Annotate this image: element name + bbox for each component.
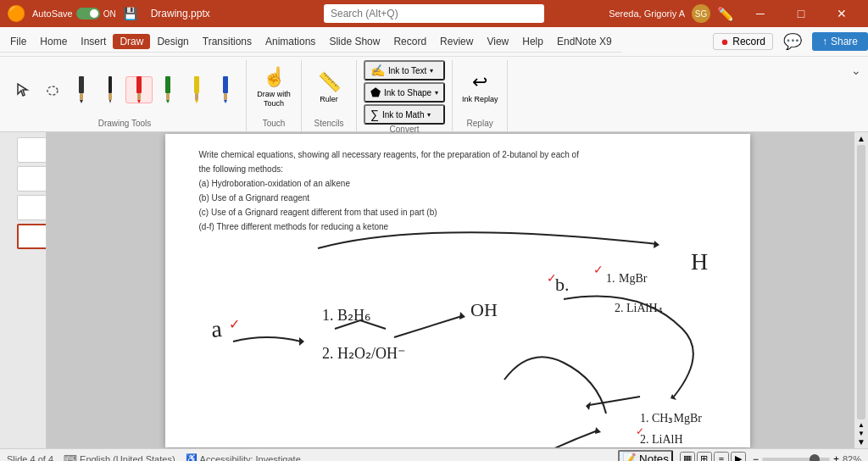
accessibility-status[interactable]: ♿ Accessibility: Investigate	[186, 453, 301, 461]
slide-thumb-1[interactable]	[17, 137, 47, 163]
menu-slideshow[interactable]: Slide Show	[322, 34, 387, 49]
ink-to-shape-button[interactable]: ⬟ Ink to Shape ▾	[364, 82, 445, 103]
pen-thin-button[interactable]	[97, 76, 124, 103]
menu-insert[interactable]: Insert	[74, 34, 113, 49]
share-button[interactable]: ↑ Share	[812, 32, 868, 51]
ink-to-math-button[interactable]: ∑ Ink to Math ▾	[364, 104, 445, 125]
svg-text:✓: ✓	[229, 317, 240, 331]
scroll-thumb[interactable]	[857, 145, 865, 419]
menu-transitions[interactable]: Transitions	[196, 34, 259, 49]
save-icon[interactable]: 💾	[123, 7, 137, 20]
reading-view-button[interactable]: ≡	[714, 452, 729, 462]
svg-rect-17	[223, 76, 228, 93]
normal-view-button[interactable]: ▦	[680, 452, 695, 462]
menu-review[interactable]: Review	[433, 34, 480, 49]
svg-marker-44	[595, 427, 601, 434]
svg-rect-3	[80, 93, 83, 100]
zoom-slider-thumb[interactable]	[810, 454, 820, 462]
pen-tool-icon[interactable]: ✏️	[717, 6, 734, 22]
zoom-level[interactable]: 82%	[843, 454, 861, 462]
slide-sorter-button[interactable]: ⊞	[697, 452, 712, 462]
lasso-tool-button[interactable]	[39, 76, 66, 103]
menu-record[interactable]: Record	[387, 34, 433, 49]
zoom-out-button[interactable]: −	[753, 453, 759, 462]
zoom-slider[interactable]	[762, 458, 830, 461]
autosave-toggle[interactable]	[76, 8, 100, 19]
menu-draw[interactable]: Draw	[113, 34, 150, 49]
accessibility-icon: ♿	[186, 453, 198, 461]
ruler-button[interactable]: 📏 Ruler	[309, 60, 349, 114]
slide-thumb-container-2: 2	[3, 166, 42, 192]
status-bar: Slide 4 of 4 ⌨ English (United States) ♿…	[0, 448, 868, 461]
svg-line-26	[394, 316, 462, 337]
menu-animations[interactable]: Animations	[259, 34, 322, 49]
pen-blue-button[interactable]	[212, 76, 239, 103]
notes-label: Notes	[639, 453, 669, 461]
scroll-next-slide[interactable]: ▼	[858, 430, 865, 437]
ink-replay-button[interactable]: ↩ Ink Replay	[459, 60, 500, 114]
notes-icon: 📝	[622, 453, 637, 461]
slide-show-button[interactable]: ▶	[731, 452, 746, 462]
svg-marker-54	[586, 402, 591, 410]
replay-label: Replay	[467, 119, 493, 131]
svg-rect-11	[165, 76, 170, 93]
search-input[interactable]	[324, 4, 544, 23]
menu-home[interactable]: Home	[33, 34, 74, 49]
keyboard-icon: ⌨	[64, 453, 77, 461]
ink-to-shape-label: Ink to Shape	[384, 88, 431, 97]
ink-to-text-button[interactable]: ✍ Ink to Text ▾	[364, 60, 445, 81]
comment-button[interactable]: 💬	[780, 31, 805, 53]
svg-text:2. LiAlH: 2. LiAlH	[640, 433, 683, 446]
zoom-in-button[interactable]: +	[833, 453, 839, 462]
share-label: Share	[831, 36, 858, 47]
collapse-ribbon-button[interactable]: ⌄	[851, 64, 861, 77]
scroll-up-button[interactable]: ▲	[857, 134, 865, 143]
replay-icon: ↩	[472, 71, 487, 93]
menu-help[interactable]: Help	[515, 34, 550, 49]
status-bar-right: 📝 Notes ▦ ⊞ ≡ ▶ − + 82%	[618, 450, 861, 461]
replay-group: ↩ Ink Replay Replay	[456, 60, 508, 131]
ink-to-text-chevron: ▾	[430, 67, 433, 75]
status-bar-left: Slide 4 of 4 ⌨ English (United States) ♿…	[7, 453, 301, 461]
autosave-label: AutoSave	[32, 8, 73, 19]
drawing-tools-label: Drawing Tools	[98, 119, 152, 131]
draw-with-touch-button[interactable]: ☝ Draw with Touch	[253, 60, 294, 114]
pen-black-button[interactable]	[68, 76, 95, 103]
svg-text:2. H₂O₂/OH⁻: 2. H₂O₂/OH⁻	[322, 345, 406, 362]
menu-view[interactable]: View	[480, 34, 515, 49]
menu-endnote[interactable]: EndNote X9	[550, 34, 619, 49]
ribbon-collapse-area: ⌄	[851, 60, 861, 131]
slide-thumb-3[interactable]	[17, 195, 47, 220]
slide-thumb-2[interactable]	[17, 166, 47, 192]
minimize-button[interactable]: ─	[741, 0, 780, 27]
ink-replay-label: Ink Replay	[462, 95, 498, 104]
notes-button[interactable]: 📝 Notes	[618, 450, 673, 461]
slide-thumb-container-1: 1	[3, 137, 42, 163]
vertical-scrollbar[interactable]: ▲ ▲ ▼ ▼	[854, 132, 868, 448]
convert-group: ✍ Ink to Text ▾ ⬟ Ink to Shape ▾ ∑ Ink t…	[360, 60, 453, 131]
menu-design[interactable]: Design	[150, 34, 195, 49]
scroll-down-button[interactable]: ▼	[857, 437, 865, 447]
ink-to-shape-icon: ⬟	[370, 86, 381, 99]
pen-yellow-button[interactable]	[183, 76, 210, 103]
svg-marker-4	[80, 100, 83, 103]
restore-button[interactable]: □	[782, 0, 821, 27]
svg-marker-10	[137, 100, 141, 103]
svg-text:1. CH₃MgBr: 1. CH₃MgBr	[640, 412, 702, 425]
select-tool-button[interactable]	[10, 76, 37, 103]
autosave-state: ON	[103, 9, 116, 19]
scroll-prev-slide[interactable]: ▲	[858, 421, 865, 429]
menu-file[interactable]: File	[3, 34, 33, 49]
close-button[interactable]: ✕	[822, 0, 861, 27]
ruler-icon: 📏	[318, 71, 341, 93]
pen-red-button[interactable]	[125, 76, 153, 103]
ink-to-text-icon: ✍	[370, 64, 385, 77]
pen-green-button[interactable]	[154, 76, 181, 103]
record-button[interactable]: ⏺ Record	[713, 33, 773, 50]
slide-thumb-4[interactable]	[17, 224, 47, 249]
svg-rect-9	[137, 93, 141, 100]
drawing-tools-group: Drawing Tools	[7, 60, 247, 131]
ink-to-math-icon: ∑	[370, 108, 379, 121]
svg-text:2. LiAlH₄: 2. LiAlH₄	[615, 302, 663, 314]
svg-marker-0	[18, 84, 27, 96]
